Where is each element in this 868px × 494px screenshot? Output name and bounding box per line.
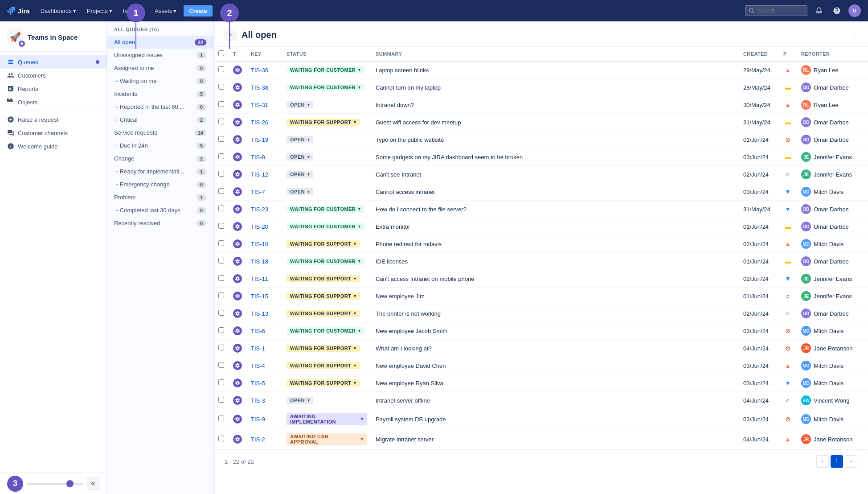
- sidebar-item-objects[interactable]: Objects: [0, 95, 106, 109]
- status-badge[interactable]: WAITING FOR CUSTOMER ▾: [287, 258, 364, 265]
- status-badge[interactable]: WAITING FOR CUSTOMER ▾: [287, 206, 364, 213]
- sidebar-item-reports[interactable]: Reports: [0, 82, 106, 95]
- queue-item-completed-30[interactable]: └ Completed last 30 days 0: [107, 204, 213, 217]
- help-icon[interactable]: [831, 4, 843, 17]
- issue-summary-link[interactable]: Can't see Intranet: [376, 171, 421, 178]
- row-checkbox[interactable]: [218, 327, 224, 333]
- sidebar-item-customer-channels[interactable]: Customer channels: [0, 126, 106, 140]
- row-checkbox[interactable]: [218, 258, 224, 263]
- issue-key-link[interactable]: TIS-9: [251, 416, 265, 423]
- issue-summary-link[interactable]: Cannot turn on my laptop: [376, 84, 441, 91]
- queue-item-reported-last-60[interactable]: └ Reported in the last 60 ... 0: [107, 100, 213, 113]
- dashboards-menu[interactable]: Dashboards ▾: [37, 6, 80, 16]
- collapse-sidebar-button[interactable]: [87, 478, 99, 490]
- row-checkbox[interactable]: [218, 436, 224, 441]
- issue-key-link[interactable]: TIS-7: [251, 189, 265, 195]
- user-avatar[interactable]: U: [848, 4, 861, 17]
- back-button[interactable]: [225, 29, 237, 41]
- row-checkbox[interactable]: [218, 223, 224, 229]
- queue-item-waiting-on-me[interactable]: └ Waiting on me 0: [107, 74, 213, 87]
- issue-summary-link[interactable]: Migrate intranet server: [376, 436, 434, 443]
- issue-summary-link[interactable]: Extra monitor: [376, 223, 410, 230]
- row-checkbox[interactable]: [218, 119, 224, 124]
- issue-key-link[interactable]: TIS-10: [251, 241, 268, 247]
- queue-item-due-24h[interactable]: └ Due in 24h 5: [107, 139, 213, 152]
- issue-summary-link[interactable]: Intranet down?: [376, 102, 414, 108]
- issues-menu[interactable]: Issues ▾: [119, 6, 148, 16]
- row-checkbox[interactable]: [218, 84, 224, 90]
- row-checkbox[interactable]: [218, 188, 224, 194]
- queue-item-recently-resolved[interactable]: Recently resolved 0: [107, 217, 213, 230]
- status-badge[interactable]: OPEN ▾: [287, 171, 313, 178]
- projects-menu[interactable]: Projects ▾: [83, 6, 116, 16]
- assets-menu[interactable]: Assets ▾: [151, 6, 180, 16]
- issue-summary-link[interactable]: The printer is not working: [376, 310, 441, 317]
- sidebar-item-customers[interactable]: Customers: [0, 69, 106, 82]
- row-checkbox[interactable]: [218, 379, 224, 385]
- status-badge[interactable]: WAITING FOR SUPPORT ▾: [287, 292, 360, 300]
- status-badge[interactable]: WAITING FOR CUSTOMER ▾: [287, 66, 364, 74]
- create-button[interactable]: Create: [184, 5, 212, 16]
- issue-key-link[interactable]: TIS-2: [251, 436, 265, 443]
- search-input[interactable]: [745, 5, 807, 16]
- issue-key-link[interactable]: TIS-15: [251, 293, 268, 300]
- status-badge[interactable]: WAITING FOR CUSTOMER ▾: [287, 327, 364, 334]
- queue-item-unassigned[interactable]: Unassigned issues 1: [107, 49, 213, 62]
- issue-key-link[interactable]: TIS-12: [251, 171, 268, 178]
- sidebar-item-raise-request[interactable]: Raise a request: [0, 113, 106, 126]
- issue-key-link[interactable]: TIS-13: [251, 310, 268, 317]
- row-checkbox[interactable]: [218, 362, 224, 368]
- issue-summary-link[interactable]: Intranet server offline: [376, 397, 430, 404]
- row-checkbox[interactable]: [218, 292, 224, 298]
- issue-summary-link[interactable]: New employee David Chen: [376, 362, 446, 369]
- issue-key-link[interactable]: TIS-5: [251, 380, 265, 387]
- queue-item-change[interactable]: Change 2: [107, 152, 213, 165]
- issue-key-link[interactable]: TIS-19: [251, 136, 268, 143]
- sidebar-item-welcome-guide[interactable]: Welcome guide: [0, 140, 106, 153]
- issue-summary-link[interactable]: What am I looking at?: [376, 345, 432, 352]
- issue-summary-link[interactable]: Cannot access intranet: [376, 189, 435, 195]
- row-checkbox[interactable]: [218, 101, 224, 107]
- row-checkbox[interactable]: [218, 153, 224, 159]
- status-badge[interactable]: WAITING FOR SUPPORT ▾: [287, 275, 360, 282]
- status-badge[interactable]: OPEN ▾: [287, 397, 313, 404]
- status-badge[interactable]: OPEN ▾: [287, 153, 313, 161]
- issue-key-link[interactable]: TIS-8: [251, 154, 265, 161]
- issue-key-link[interactable]: TIS-36: [251, 67, 268, 74]
- issue-summary-link[interactable]: New employee Ryan Silva: [376, 380, 443, 387]
- row-checkbox[interactable]: [218, 136, 224, 142]
- queue-item-incidents[interactable]: Incidents 5: [107, 87, 213, 100]
- prev-page-button[interactable]: [816, 455, 829, 468]
- row-checkbox[interactable]: [218, 240, 224, 246]
- issue-summary-link[interactable]: Guest wifi access for dev meetup: [376, 119, 461, 126]
- issue-key-link[interactable]: TIS-26: [251, 119, 268, 126]
- issue-key-link[interactable]: TIS-23: [251, 206, 268, 213]
- row-checkbox[interactable]: [218, 171, 224, 177]
- star-button[interactable]: ☆: [850, 30, 857, 40]
- issue-key-link[interactable]: TIS-4: [251, 362, 265, 369]
- status-badge[interactable]: AWAITING IMPLEMENTATION ▾: [287, 413, 367, 425]
- queue-item-problem[interactable]: Problem 1: [107, 191, 213, 204]
- status-badge[interactable]: WAITING FOR SUPPORT ▾: [287, 119, 360, 126]
- issue-key-link[interactable]: TIS-20: [251, 223, 268, 230]
- status-badge[interactable]: WAITING FOR SUPPORT ▾: [287, 362, 360, 369]
- status-badge[interactable]: AWAITING CAB APPROVAL ▾: [287, 433, 367, 445]
- issue-summary-link[interactable]: New employee Jim: [376, 293, 425, 300]
- notifications-icon[interactable]: [813, 4, 825, 17]
- row-checkbox[interactable]: [218, 206, 224, 211]
- select-all-checkbox[interactable]: [218, 50, 224, 56]
- row-checkbox[interactable]: [218, 66, 224, 72]
- status-badge[interactable]: WAITING FOR SUPPORT ▾: [287, 379, 360, 387]
- queue-item-critical[interactable]: └ Critical 2: [107, 113, 213, 126]
- row-checkbox[interactable]: [218, 397, 224, 403]
- issue-summary-link[interactable]: Some gadgets on my JIRA dashboard seem t…: [376, 154, 523, 161]
- issue-summary-link[interactable]: Phone redirect for mdavis: [376, 241, 442, 247]
- queue-item-service-requests[interactable]: Service requests 14: [107, 126, 213, 139]
- jira-logo[interactable]: Jira: [7, 7, 30, 15]
- page-1-button[interactable]: 1: [831, 455, 843, 468]
- sidebar-item-queues[interactable]: Queues: [0, 55, 106, 69]
- status-badge[interactable]: OPEN ▾: [287, 136, 313, 143]
- status-badge[interactable]: OPEN ▾: [287, 188, 313, 195]
- status-badge[interactable]: WAITING FOR CUSTOMER ▾: [287, 223, 364, 230]
- issue-summary-link[interactable]: IDE licenses: [376, 258, 408, 265]
